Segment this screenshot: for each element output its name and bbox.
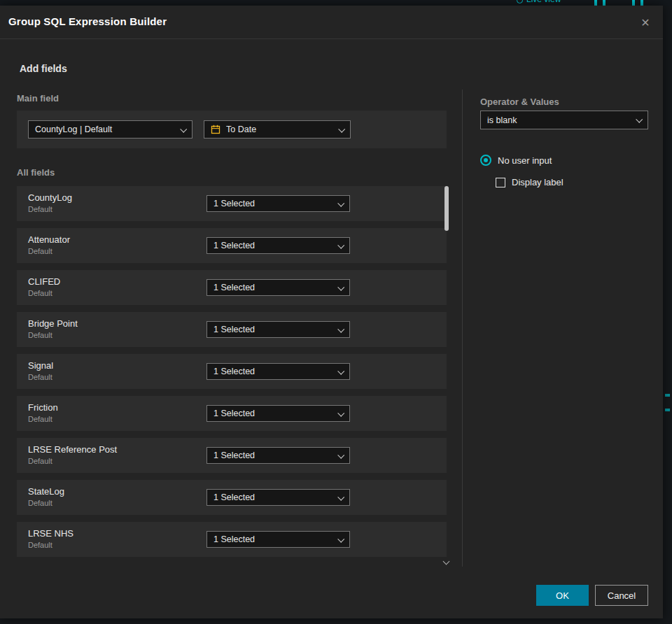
field-name: Bridge Point — [28, 318, 78, 329]
chevron-down-icon — [337, 451, 344, 458]
no-user-input-radio[interactable] — [480, 155, 491, 166]
field-row: Signal Default 1 Selected — [17, 354, 447, 389]
field-name: Signal — [28, 360, 53, 371]
scrollbar[interactable] — [444, 186, 449, 565]
field-subtitle: Default — [28, 499, 52, 507]
date-type-select-value: To Date — [226, 125, 333, 134]
screen: Live view Group SQL Expression Builder ✕… — [0, 0, 672, 624]
toolbar-bar-icon — [594, 0, 597, 6]
operator-select-value: is blank — [487, 115, 631, 125]
live-view-label: Live view — [526, 0, 561, 4]
field-row: StateLog Default 1 Selected — [17, 480, 447, 515]
chevron-down-icon — [337, 283, 344, 290]
main-field-select-value: CountyLog | Default — [35, 125, 175, 134]
all-fields-label: All fields — [17, 167, 55, 178]
operator-values-label: Operator & Values — [480, 97, 559, 107]
field-subtitle: Default — [28, 205, 52, 213]
chevron-down-icon — [337, 493, 344, 500]
field-values-select[interactable]: 1 Selected — [206, 405, 350, 422]
chevron-down-icon — [337, 325, 344, 332]
selected-count: 1 Selected — [214, 451, 332, 460]
selected-count: 1 Selected — [214, 199, 332, 208]
selected-count: 1 Selected — [214, 283, 332, 292]
field-subtitle: Default — [28, 331, 52, 339]
selected-count: 1 Selected — [214, 409, 332, 418]
field-name: CountyLog — [28, 192, 72, 203]
calendar-icon — [211, 125, 220, 134]
field-subtitle: Default — [28, 247, 52, 255]
backdrop-toolbar: Live view — [0, 0, 672, 6]
selected-count: 1 Selected — [214, 367, 332, 376]
no-user-input-label: No user input — [498, 155, 552, 166]
field-subtitle: Default — [28, 373, 52, 381]
field-row: CLIFED Default 1 Selected — [17, 270, 447, 305]
dialog-title: Group SQL Expression Builder — [8, 15, 167, 27]
main-field-label: Main field — [17, 93, 59, 104]
close-icon[interactable]: ✕ — [636, 14, 654, 32]
field-values-select[interactable]: 1 Selected — [206, 531, 350, 548]
selected-count: 1 Selected — [214, 241, 332, 250]
field-name: Attenuator — [28, 234, 70, 245]
backdrop-accent — [665, 409, 670, 411]
field-name: StateLog — [28, 486, 64, 497]
chevron-down-icon — [337, 241, 344, 248]
field-name: CLIFED — [28, 276, 60, 287]
scroll-down-icon[interactable] — [443, 558, 450, 565]
group-sql-expression-builder-dialog: Group SQL Expression Builder ✕ Add field… — [0, 6, 663, 618]
field-name: LRSE NHS — [28, 528, 74, 539]
display-label-checkbox[interactable] — [496, 178, 505, 187]
field-values-select[interactable]: 1 Selected — [206, 489, 350, 506]
field-values-select[interactable]: 1 Selected — [206, 195, 350, 212]
display-label-text: Display label — [512, 177, 564, 187]
cancel-button[interactable]: Cancel — [595, 585, 648, 606]
chevron-down-icon — [337, 199, 344, 206]
toolbar-bar-icon — [603, 0, 606, 6]
main-field-panel: CountyLog | Default To Date — [17, 111, 447, 148]
field-values-select[interactable]: 1 Selected — [206, 447, 350, 464]
chevron-down-icon — [337, 409, 344, 416]
no-user-input-option[interactable]: No user input — [480, 155, 552, 166]
field-subtitle: Default — [28, 289, 52, 297]
display-label-option[interactable]: Display label — [496, 177, 564, 187]
chevron-down-icon — [636, 116, 643, 123]
chevron-down-icon — [337, 535, 344, 542]
field-values-select[interactable]: 1 Selected — [206, 363, 350, 380]
field-values-select[interactable]: 1 Selected — [206, 279, 350, 296]
field-name: LRSE Reference Post — [28, 444, 117, 455]
operator-select[interactable]: is blank — [480, 111, 648, 129]
chevron-down-icon — [338, 125, 345, 132]
field-row: Attenuator Default 1 Selected — [17, 228, 447, 263]
field-subtitle: Default — [28, 457, 52, 465]
main-field-select[interactable]: CountyLog | Default — [28, 120, 192, 139]
chevron-down-icon — [180, 125, 187, 132]
selected-count: 1 Selected — [214, 534, 332, 544]
chevron-down-icon — [337, 367, 344, 374]
field-values-select[interactable]: 1 Selected — [206, 237, 350, 254]
field-row: LRSE Reference Post Default 1 Selected — [17, 438, 447, 473]
vertical-divider — [462, 90, 463, 567]
date-type-select[interactable]: To Date — [204, 120, 351, 139]
field-row: LRSE NHS Default 1 Selected — [17, 522, 447, 557]
dialog-header: Group SQL Expression Builder ✕ — [0, 6, 663, 39]
field-name: Friction — [28, 402, 58, 413]
add-fields-title: Add fields — [20, 63, 67, 74]
field-row: Bridge Point Default 1 Selected — [17, 312, 447, 347]
live-view-icon — [517, 0, 523, 3]
selected-count: 1 Selected — [214, 325, 332, 334]
field-row: Friction Default 1 Selected — [17, 396, 447, 431]
field-subtitle: Default — [28, 415, 52, 423]
ok-button[interactable]: OK — [536, 585, 589, 606]
scrollbar-thumb[interactable] — [444, 186, 449, 231]
selected-count: 1 Selected — [214, 492, 332, 502]
field-subtitle: Default — [28, 541, 52, 549]
toolbar-bar-icon — [640, 0, 643, 6]
all-fields-list: CountyLog Default 1 Selected Attenuator … — [17, 186, 447, 557]
toolbar-bar-icon — [632, 0, 635, 6]
field-row: CountyLog Default 1 Selected — [17, 186, 447, 221]
backdrop-accent — [665, 394, 670, 397]
field-values-select[interactable]: 1 Selected — [206, 321, 350, 338]
